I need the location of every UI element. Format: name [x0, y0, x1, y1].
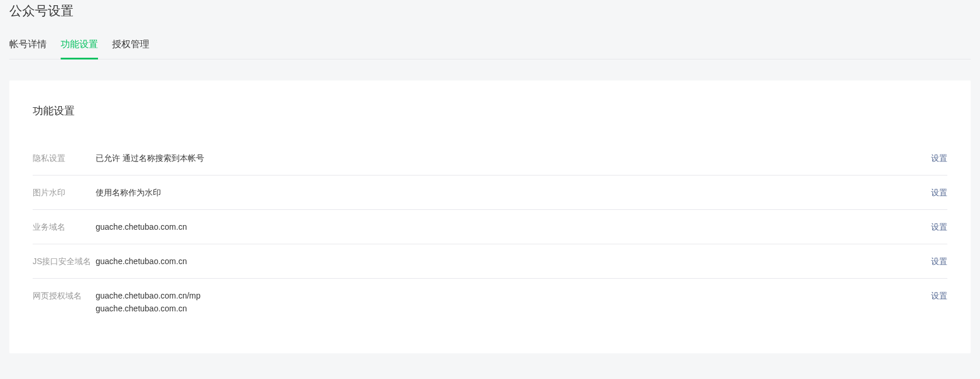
setting-value: guache.chetubao.com.cn — [96, 255, 931, 268]
setting-value: guache.chetubao.com.cn — [96, 220, 931, 233]
tab-auth-management[interactable]: 授权管理 — [112, 31, 149, 59]
setting-row-privacy: 隐私设置 已允许 通过名称搜索到本帐号 设置 — [33, 141, 947, 176]
setting-row-business-domain: 业务域名 guache.chetubao.com.cn 设置 — [33, 210, 947, 244]
setting-action-link[interactable]: 设置 — [931, 289, 947, 302]
setting-value: 已允许 通过名称搜索到本帐号 — [96, 152, 931, 164]
setting-label: JS接口安全域名 — [33, 255, 96, 268]
setting-value: 使用名称作为水印 — [96, 186, 931, 199]
setting-label: 业务域名 — [33, 220, 96, 233]
tab-account-details[interactable]: 帐号详情 — [9, 31, 47, 59]
setting-label: 图片水印 — [33, 186, 96, 199]
setting-row-watermark: 图片水印 使用名称作为水印 设置 — [33, 176, 947, 210]
setting-label: 隐私设置 — [33, 152, 96, 164]
setting-action-link[interactable]: 设置 — [931, 255, 947, 268]
setting-label: 网页授权域名 — [33, 289, 96, 302]
setting-action-link[interactable]: 设置 — [931, 186, 947, 199]
setting-action-link[interactable]: 设置 — [931, 152, 947, 164]
setting-action-link[interactable]: 设置 — [931, 220, 947, 233]
settings-card: 功能设置 隐私设置 已允许 通过名称搜索到本帐号 设置 图片水印 使用名称作为水… — [9, 80, 971, 353]
page-title: 公众号设置 — [9, 0, 971, 31]
section-title: 功能设置 — [33, 104, 947, 118]
tab-function-settings[interactable]: 功能设置 — [61, 31, 98, 59]
setting-row-web-auth-domain: 网页授权域名 guache.chetubao.com.cn/mp guache.… — [33, 279, 947, 325]
setting-row-js-domain: JS接口安全域名 guache.chetubao.com.cn 设置 — [33, 244, 947, 279]
tabs-bar: 帐号详情 功能设置 授权管理 — [9, 31, 971, 59]
setting-value: guache.chetubao.com.cn/mp guache.chetuba… — [96, 289, 931, 315]
